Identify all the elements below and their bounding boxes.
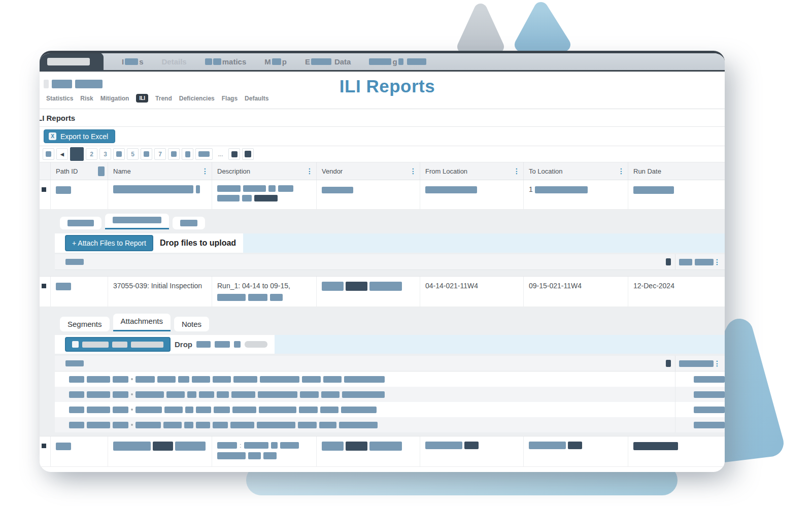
attachment-row[interactable]	[55, 372, 725, 387]
drop-files-hint: Drop files to upload	[160, 239, 236, 248]
subnav-link-trend[interactable]: Trend	[155, 95, 172, 102]
export-to-excel-button[interactable]: X Export to Excel	[44, 129, 115, 143]
column-menu-icon[interactable]: ⋮	[410, 167, 417, 175]
redacted-text	[322, 282, 344, 291]
pager-last-button[interactable]	[242, 148, 254, 160]
redacted-text	[278, 185, 293, 192]
redacted-text	[196, 407, 211, 413]
redacted-column-title	[679, 360, 714, 367]
redacted-text	[268, 185, 276, 192]
pager-prev-button[interactable]: ◀	[56, 148, 68, 160]
header-description[interactable]: Description ⋮	[212, 162, 317, 180]
file-drop-zone[interactable]: + Attach Files to Report Drop files to u…	[55, 233, 725, 253]
header-from-location[interactable]: From Location ⋮	[420, 162, 524, 180]
redacted-text	[113, 422, 128, 428]
header-vendor[interactable]: Vendor ⋮	[317, 162, 420, 180]
redacted-text	[153, 442, 173, 451]
redacted-text	[180, 220, 197, 226]
redacted-text	[233, 376, 257, 383]
column-menu-icon[interactable]: ⋮	[306, 167, 313, 175]
nav-tab-details[interactable]: Details	[162, 57, 187, 66]
grid-menu-icon[interactable]: ⋮	[714, 258, 721, 265]
attach-files-button-redacted[interactable]	[65, 337, 171, 352]
nav-tab-export-data[interactable]: E Data	[305, 57, 351, 66]
attachment-row[interactable]	[55, 417, 725, 432]
redacted-date	[694, 407, 725, 413]
app-window: I s Details matics M p E Data	[40, 51, 725, 472]
row-expander[interactable]	[40, 436, 51, 466]
redacted-text	[198, 151, 210, 157]
subnav-link-ili-active[interactable]: ILI	[136, 94, 148, 103]
tab-attachments-redacted-active[interactable]	[105, 214, 169, 229]
attachment-row[interactable]	[55, 387, 725, 402]
tab-attachments-active[interactable]: Attachments	[113, 314, 171, 331]
redacted-text	[112, 342, 127, 348]
nav-tab-items[interactable]: I s	[122, 57, 144, 66]
active-app-tab[interactable]	[40, 53, 104, 71]
header-to-location[interactable]: To Location ⋮	[524, 162, 628, 180]
header-path-id[interactable]: Path ID	[51, 162, 108, 180]
pager-page-4-redacted[interactable]	[113, 148, 125, 160]
row-expander[interactable]	[40, 180, 51, 209]
file-drop-zone[interactable]: Drop	[55, 335, 725, 354]
breadcrumb	[44, 80, 103, 88]
redacted-text	[215, 341, 230, 348]
tab-notes-redacted[interactable]	[173, 217, 205, 229]
nav-tab-map[interactable]: M p	[264, 57, 287, 66]
redacted-text	[217, 195, 240, 201]
grid-menu-icon[interactable]: ⋮	[714, 360, 721, 367]
pager-page-7[interactable]: 7	[154, 148, 166, 160]
pager-next-button[interactable]	[228, 148, 240, 160]
header-run-date[interactable]: Run Date	[628, 162, 725, 180]
table-row[interactable]: 1	[40, 180, 725, 210]
collapse-icon	[42, 187, 46, 192]
attach-files-button[interactable]: + Attach Files to Report	[65, 235, 153, 251]
pager-page-8-redacted[interactable]	[168, 148, 180, 160]
tab-notes[interactable]: Notes	[174, 317, 209, 331]
redacted-text	[398, 58, 403, 65]
redacted-text	[369, 282, 402, 291]
redacted-text	[87, 422, 110, 428]
subnav-link-flags[interactable]: Flags	[222, 95, 238, 102]
redacted-text	[185, 151, 190, 157]
pager-page-5[interactable]: 5	[127, 148, 139, 160]
redacted-text	[125, 58, 138, 65]
subnav-link-statistics[interactable]: Statistics	[46, 95, 73, 102]
subnav-link-defaults[interactable]: Defaults	[245, 95, 268, 102]
pager-first-button[interactable]	[43, 148, 54, 160]
toolbar: X Export to Excel	[40, 127, 725, 146]
row-expander[interactable]	[40, 277, 51, 307]
redacted-text	[164, 407, 183, 413]
column-menu-icon[interactable]: ⋮	[201, 167, 209, 175]
subnav-link-risk[interactable]: Risk	[80, 95, 93, 102]
redacted-text	[270, 294, 283, 301]
header-name[interactable]: Name ⋮	[108, 162, 212, 180]
pager-current-page[interactable]	[70, 147, 84, 161]
cell-name: 37055-039: Initial Inspection	[108, 277, 212, 307]
column-menu-icon[interactable]: ⋮	[513, 167, 520, 175]
redacted-text	[464, 442, 479, 449]
pager-page-9-redacted[interactable]	[182, 148, 193, 160]
redacted-text	[217, 391, 229, 398]
table-row[interactable]: :	[40, 436, 725, 467]
pager-page-2[interactable]: 2	[86, 148, 97, 160]
pager-page-3[interactable]: 3	[99, 148, 111, 160]
tab-segments-redacted[interactable]	[60, 217, 101, 229]
column-menu-icon[interactable]: ⋮	[618, 167, 625, 175]
redacted-text	[113, 407, 128, 413]
nav-tab-telematics[interactable]: matics	[205, 57, 247, 66]
redacted-icon	[46, 151, 51, 157]
decorative-gray-triangle	[456, 1, 505, 52]
separator-dot	[131, 424, 133, 426]
redacted-text	[258, 391, 297, 398]
pager-page-6-redacted[interactable]	[141, 148, 152, 160]
subnav-link-mitigation[interactable]: Mitigation	[100, 95, 129, 102]
redacted-text	[213, 422, 228, 428]
redacted-text	[214, 407, 230, 413]
subnav-link-deficiencies[interactable]: Deficiencies	[179, 95, 215, 102]
nav-tab-redacted[interactable]: g	[369, 57, 426, 66]
pager-page-10-redacted[interactable]	[195, 148, 213, 160]
table-row[interactable]: 37055-039: Initial Inspection Run_1: 04-…	[40, 277, 725, 307]
tab-segments[interactable]: Segments	[60, 317, 110, 331]
attachment-row[interactable]	[55, 402, 725, 417]
